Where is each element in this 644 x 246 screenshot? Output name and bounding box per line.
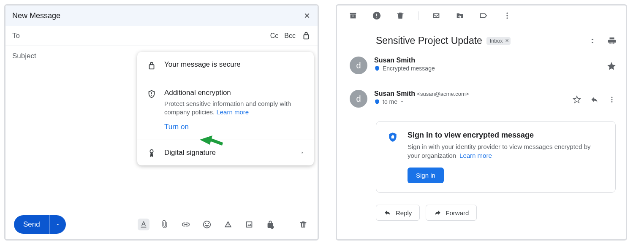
shield-icon	[147, 89, 157, 99]
encrypted-label: Encrypted message	[383, 65, 435, 72]
security-popover: Your message is secure Additional encryp…	[137, 52, 314, 165]
message-view: Sensitive Project Update Inbox ✕ d Susan…	[336, 4, 627, 241]
message-expanded: d Susan Smith <susan@acme.com> to me	[337, 86, 626, 114]
send-options-dropdown[interactable]	[50, 222, 66, 227]
sender-address: <susan@acme.com>	[417, 91, 469, 97]
compose-format-toolbar	[138, 219, 309, 230]
compose-footer: Send	[5, 210, 318, 239]
chevron-right-icon	[300, 150, 304, 155]
drive-icon[interactable]	[222, 219, 234, 230]
chevron-down-icon[interactable]	[400, 100, 404, 104]
popover-signature-row[interactable]: Digital signature	[137, 140, 314, 165]
mark-unread-icon[interactable]	[430, 10, 442, 22]
attach-icon[interactable]	[159, 219, 171, 230]
star-icon[interactable]	[607, 62, 616, 70]
confidential-icon[interactable]	[264, 219, 276, 230]
popover-dsig-title: Digital signature	[164, 149, 216, 157]
turn-on-button[interactable]: Turn on	[164, 123, 304, 131]
more-icon[interactable]	[608, 96, 616, 103]
expand-icon[interactable]	[589, 37, 596, 45]
popover-secure-title: Your message is secure	[164, 60, 241, 69]
text-format-icon[interactable]	[138, 219, 149, 230]
forward-label: Forward	[446, 209, 469, 216]
sign-in-button[interactable]: Sign in	[408, 168, 444, 183]
label-chip-text: Inbox	[490, 38, 503, 44]
popover-secure-row: Your message is secure	[137, 52, 314, 80]
reply-button[interactable]: Reply	[376, 205, 420, 221]
recipient-summary[interactable]: to me	[383, 98, 397, 105]
learn-more-link[interactable]: Learn more	[216, 108, 249, 116]
print-icon[interactable]	[607, 36, 617, 46]
emoji-icon[interactable]	[201, 219, 213, 230]
reply-label: Reply	[396, 209, 412, 216]
close-icon[interactable]	[303, 12, 311, 19]
to-label: To	[12, 32, 20, 40]
more-icon[interactable]	[501, 10, 513, 22]
archive-icon[interactable]	[347, 10, 359, 22]
sender-name: Susan Smith	[374, 57, 601, 64]
popover-encryption-row: Additional encryption Protect sensitive …	[137, 80, 314, 140]
subject-line: Sensitive Project Update Inbox ✕	[376, 35, 626, 46]
to-field-row[interactable]: To Cc Bcc	[5, 26, 318, 46]
learn-more-link[interactable]: Learn more	[459, 152, 492, 159]
cc-link[interactable]: Cc	[270, 32, 279, 40]
send-button[interactable]: Send	[14, 215, 66, 234]
forward-button[interactable]: Forward	[426, 205, 477, 221]
reply-icon[interactable]	[590, 95, 599, 104]
sender-name: Susan Smith	[374, 90, 415, 97]
badge-icon	[147, 148, 157, 158]
compose-title: New Message	[12, 11, 60, 20]
label-chip[interactable]: Inbox ✕	[486, 37, 511, 45]
avatar: d	[350, 90, 367, 108]
image-icon[interactable]	[243, 219, 255, 230]
message-toolbar	[337, 5, 626, 26]
message-subject: Sensitive Project Update	[376, 35, 482, 46]
bcc-link[interactable]: Bcc	[284, 32, 296, 40]
message-collapsed[interactable]: d Susan Smith Encrypted message	[337, 52, 626, 80]
move-icon[interactable]	[454, 10, 466, 22]
subject-placeholder: Subject	[12, 52, 36, 60]
reply-forward-row: Reply Forward	[376, 205, 626, 221]
compose-window: New Message To Cc Bcc Subject Your messa…	[4, 4, 319, 241]
spam-icon[interactable]	[371, 10, 383, 22]
label-remove-icon[interactable]: ✕	[505, 38, 509, 43]
delete-icon[interactable]	[394, 10, 406, 22]
send-button-label: Send	[14, 220, 49, 229]
lock-outline-icon	[147, 60, 157, 70]
star-icon[interactable]	[573, 95, 581, 104]
encrypted-shield-icon	[374, 99, 380, 105]
popover-enc-desc: Protect sensitive information and comply…	[164, 100, 304, 117]
encrypted-card-desc: Sign in with your identity provider to v…	[408, 142, 604, 160]
encrypted-card-title: Sign in to view encrypted message	[408, 131, 604, 140]
encrypted-shield-icon	[374, 65, 380, 71]
shield-filled-icon	[387, 131, 398, 143]
link-icon[interactable]	[180, 219, 192, 230]
avatar: d	[350, 57, 367, 74]
toolbar-separator	[418, 11, 418, 20]
lock-icon[interactable]	[302, 31, 311, 41]
popover-enc-title: Additional encryption	[164, 89, 304, 97]
compose-header: New Message	[5, 5, 318, 26]
discard-icon[interactable]	[297, 219, 309, 230]
encrypted-signin-card: Sign in to view encrypted message Sign i…	[376, 121, 616, 193]
label-icon[interactable]	[478, 10, 489, 22]
